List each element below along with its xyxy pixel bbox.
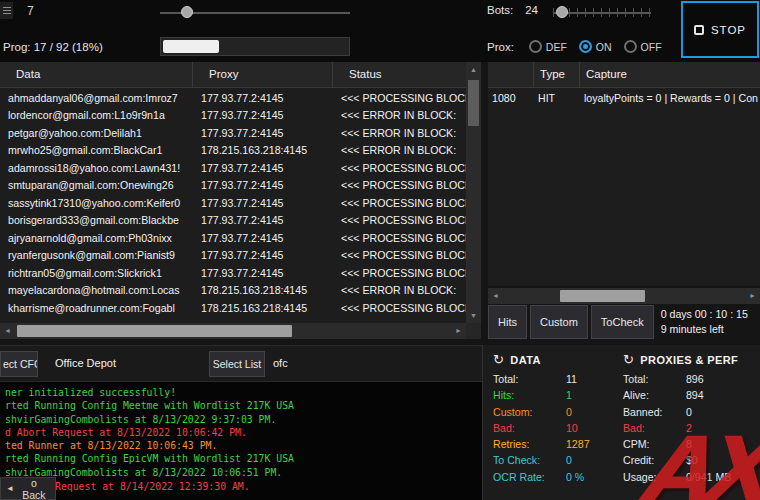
table-row[interactable]: adamrossi18@yahoo.com:Lawn431! 177.93.77… xyxy=(0,159,466,177)
runner-window: 7 Bots:24 Prog: 17 / 92 (18%) Prox: DEF xyxy=(0,0,760,500)
tab-custom[interactable]: Custom xyxy=(530,305,588,339)
stat-label: Usage: xyxy=(623,469,683,485)
table-row[interactable]: borisgerard333@gmail.com:Blackbe 177.93.… xyxy=(0,212,466,230)
cell-status: <<< PROCESSING BLOCK xyxy=(333,267,466,279)
stat-row: Total: 896 xyxy=(623,371,757,387)
tab-tocheck[interactable]: ToCheck xyxy=(591,305,654,339)
scroll-right-icon[interactable]: ► xyxy=(745,288,760,303)
cell-status: <<< PROCESSING BLOCK xyxy=(333,197,466,209)
cell-proxy: 178.215.163.218:4145 xyxy=(193,284,333,296)
table-row[interactable]: sassytink17310@yahoo.com:Keifer0 177.93.… xyxy=(0,194,466,212)
wait-slider[interactable] xyxy=(160,4,350,20)
proxies-stats-title: PROXIES & PERF xyxy=(640,354,738,366)
stat-value: 1 xyxy=(566,389,572,401)
stat-value: 0 xyxy=(566,406,572,418)
table-row[interactable]: petgar@yahoo.com:Delilah1 177.93.77.2:41… xyxy=(0,124,466,142)
cell-data: 1080 xyxy=(488,92,534,104)
slider-knob[interactable] xyxy=(556,6,568,18)
go-back-button[interactable]: ◄ o Back xyxy=(0,477,56,500)
log-line: ted Runner at 8/13/2022 10:06:43 PM. xyxy=(5,439,482,452)
column-header-status[interactable]: Status xyxy=(333,62,466,87)
bots-caption: Bots: xyxy=(487,4,513,16)
stat-row: Bad: 10 xyxy=(493,420,617,436)
scroll-right-icon[interactable]: ► xyxy=(451,323,466,338)
cell-data: sassytink17310@yahoo.com:Keifer0 xyxy=(0,197,193,209)
table-row[interactable]: ajryanarnold@gmail.com:Ph03nixx 177.93.7… xyxy=(0,229,466,247)
table-row[interactable]: lordencor@gmail.com:L1o9r9n1a 177.93.77.… xyxy=(0,107,466,125)
cell-proxy: 177.93.77.2:4145 xyxy=(193,92,333,104)
stat-label: Bad: xyxy=(493,420,563,436)
cell-proxy: 178.215.163.218:4145 xyxy=(193,302,333,314)
hits-grid: Type Capture 1080 HIT loyaltyPoints = 0 … xyxy=(488,62,760,286)
proxy-mode-on[interactable]: ON xyxy=(579,40,612,53)
scrollbar-thumb[interactable] xyxy=(560,290,645,302)
stat-row: Banned: 0 xyxy=(623,404,757,420)
scrollbar-thumb[interactable] xyxy=(468,80,479,126)
hits-tabs-row: Hits Custom ToCheck 0 days 00 : 10 : 15 … xyxy=(488,305,760,343)
stat-value: 0/941 MB xyxy=(686,471,731,483)
log-panel[interactable]: ner initialized successfully! rted Runni… xyxy=(0,382,482,500)
scroll-left-icon[interactable]: ◄ xyxy=(488,288,503,303)
stat-row: Retries: 1287 xyxy=(493,436,617,452)
stat-label: Total: xyxy=(623,371,683,387)
proxy-mode-off[interactable]: OFF xyxy=(624,40,662,53)
table-row[interactable]: mayelacardona@hotmail.com:Locas 178.215.… xyxy=(0,282,466,300)
menu-icon[interactable] xyxy=(0,2,13,19)
cell-data: mayelacardona@hotmail.com:Locas xyxy=(0,284,193,296)
column-header-capture[interactable]: Capture xyxy=(580,62,760,87)
cell-status: <<< PROCESSING BLOCK xyxy=(333,214,466,226)
horizontal-scrollbar[interactable]: ◄ ► xyxy=(0,323,466,339)
column-header-blank[interactable] xyxy=(488,62,534,87)
list-name: ofc xyxy=(273,357,288,369)
cell-proxy: 177.93.77.2:4145 xyxy=(193,127,333,139)
table-row[interactable]: kharrisme@roadrunner.com:Fogabl 178.215.… xyxy=(0,299,466,317)
bots-slider[interactable] xyxy=(553,4,651,20)
refresh-icon: ↻ xyxy=(493,352,504,367)
data-stats-header: ↻ DATA xyxy=(493,351,617,368)
proxy-mode-group: Prox: DEF ON OFF xyxy=(487,40,674,53)
stat-row: Total: 11 xyxy=(493,371,617,387)
table-row[interactable]: ryanfergusonk@gmail.com:Pianist9 177.93.… xyxy=(0,247,466,265)
slider-knob[interactable] xyxy=(181,6,193,18)
config-bar: ect CFG Office Depot Select List ofc xyxy=(0,345,482,382)
log-line: rted Running Config Meetme with Wordlist… xyxy=(5,399,482,412)
table-row[interactable]: ahmaddanyal06@gmail.com:Imroz7 177.93.77… xyxy=(0,89,466,107)
select-list-button[interactable]: Select List xyxy=(209,351,265,377)
stat-row: Alive: 894 xyxy=(623,387,757,403)
stat-label: Credit: xyxy=(623,452,683,468)
vertical-scrollbar[interactable]: ▲ ▼ xyxy=(466,62,481,323)
cell-proxy: 177.93.77.2:4145 xyxy=(193,214,333,226)
column-header-data[interactable]: Data xyxy=(0,62,193,87)
progress-bar xyxy=(160,37,350,56)
table-row[interactable]: smtuparan@gmail.com:Onewing26 177.93.77.… xyxy=(0,177,466,195)
stat-row: To Check: 0 xyxy=(493,452,617,468)
proxy-mode-def[interactable]: DEF xyxy=(529,40,567,53)
stat-row: Credit: $0 xyxy=(623,452,757,468)
partial-number: 7 xyxy=(27,4,34,18)
hits-horizontal-scrollbar[interactable]: ◄ ► xyxy=(488,288,760,304)
stat-label: Custom: xyxy=(493,404,563,420)
scroll-down-icon[interactable]: ▼ xyxy=(466,308,481,323)
scrollbar-thumb[interactable] xyxy=(17,325,292,337)
cell-status: <<< ERROR IN BLOCK: xyxy=(333,284,466,296)
log-line: d Abort Request at 8/13/2022 10:06:42 PM… xyxy=(5,426,482,439)
select-cfg-button[interactable]: ect CFG xyxy=(0,351,38,377)
column-header-proxy[interactable]: Proxy xyxy=(193,62,333,87)
prox-label: Prox: xyxy=(487,41,514,53)
scroll-up-icon[interactable]: ▲ xyxy=(466,62,481,77)
stat-value: 2 xyxy=(686,422,692,434)
scroll-left-icon[interactable]: ◄ xyxy=(0,323,15,338)
stop-button[interactable]: STOP xyxy=(681,1,759,58)
data-grid: Data Proxy Status ahmaddanyal06@gmail.co… xyxy=(0,62,481,339)
column-header-type[interactable]: Type xyxy=(534,62,580,87)
data-grid-header: Data Proxy Status xyxy=(0,62,466,88)
tab-hits[interactable]: Hits xyxy=(488,305,527,339)
table-row[interactable]: richtran05@gmail.com:Slickrick1 177.93.7… xyxy=(0,264,466,282)
stat-label: Alive: xyxy=(623,387,683,403)
proxies-stats-rows: Total: 896 Alive: 894 Banned: 0 Bad xyxy=(623,371,757,485)
table-row[interactable]: mrwho25@gmail.com:BlackCar1 178.215.163.… xyxy=(0,142,466,160)
cell-status: <<< PROCESSING BLOCK xyxy=(333,92,466,104)
log-line: shvirGamingCombolists at 8/13/2022 9:37:… xyxy=(5,413,482,426)
cell-data: richtran05@gmail.com:Slickrick1 xyxy=(0,267,193,279)
hit-row[interactable]: 1080 HIT loyaltyPoints = 0 | Rewards = 0… xyxy=(488,89,760,107)
